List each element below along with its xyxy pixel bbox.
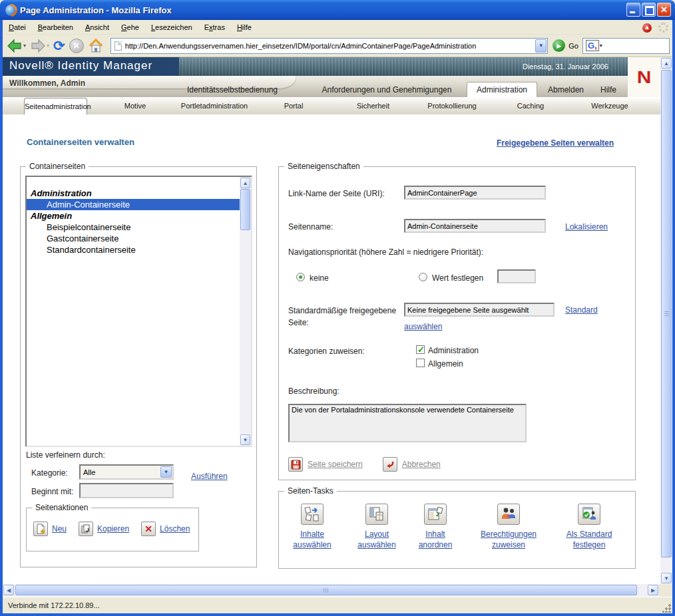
new-page-button[interactable] [33,522,48,536]
copy-page-button[interactable] [79,522,93,536]
list-item-gastcontainerseite[interactable]: Gastcontainerseite [27,233,240,244]
close-button[interactable] [657,3,671,17]
back-button[interactable]: ▾ [5,37,27,55]
home-button[interactable] [87,37,105,55]
task-label-line2[interactable]: zuweisen [469,539,549,550]
assign-categories-label: Kategorien zuweisen: [288,347,365,356]
category-administration-checkbox[interactable] [416,345,425,354]
tab-themes[interactable]: Motive [109,102,162,110]
url-dropdown-button[interactable]: ▼ [535,39,547,53]
task-label-line2[interactable]: anordnen [395,539,475,550]
tab-portlet-administration[interactable]: Portletadministration [168,102,261,110]
tab-caching[interactable]: Caching [504,102,557,110]
scroll-up-icon[interactable]: ▲ [661,58,672,69]
choose-shared-link[interactable]: auswählen [404,322,442,331]
back-dropdown-icon[interactable]: ▾ [23,43,26,49]
search-box[interactable]: G, ▾ [582,38,670,54]
menu-lesezeichen[interactable]: Lesezeichen [145,21,198,33]
task-set-as-default[interactable]: Als Standard festlegen [549,504,629,550]
category-selected-value: Alle [81,468,160,476]
container-pages-listbox[interactable]: Administration Admin-Containerseite Allg… [25,176,252,447]
menu-extras[interactable]: Extras [198,21,231,33]
vertical-scroll-thumb[interactable] [661,70,672,557]
page-icon [114,41,122,51]
list-item-beispielcontainerseite[interactable]: Beispielcontainerseite [27,222,240,233]
tab-page-administration[interactable]: Seitenadministration [24,98,87,114]
firefox-window: Page Administration - Mozilla Firefox Da… [0,0,675,616]
starts-with-input[interactable] [79,483,174,498]
task-label-line1[interactable]: Inhalt [395,529,475,539]
tab-security[interactable]: Sicherheit [341,102,405,110]
default-link[interactable]: Standard [565,305,598,315]
category-dropdown-icon[interactable]: ▼ [160,466,172,478]
new-page-link[interactable]: Neu [52,524,67,534]
scroll-up-icon[interactable]: ▲ [240,178,250,188]
page-tasks-panel: Seiten-Tasks Inhalte auswählen [278,491,636,569]
welcome-text: Willkommen, Admin [9,78,85,88]
software-update-icon[interactable] [642,23,652,33]
url-text[interactable]: http://Den.Anwendungsservernamen.hier_ei… [125,42,535,50]
menu-ansicht[interactable]: Ansicht [79,21,115,33]
listbox-scroll-thumb[interactable] [240,189,250,230]
save-page-button[interactable] [288,457,303,472]
task-label-line2[interactable]: festlegen [549,539,629,550]
search-engine-dropdown-icon[interactable]: ▾ [600,43,602,49]
priority-none-radio[interactable] [296,273,305,281]
list-item-standardcontainerseite[interactable]: Standardcontainerseite [27,244,240,255]
scroll-down-icon[interactable]: ▼ [240,434,250,445]
uri-input[interactable] [404,186,546,200]
task-label-line1[interactable]: Als Standard [549,529,629,539]
delete-page-link[interactable]: Löschen [160,524,190,534]
menu-hilfe[interactable]: Hilfe [231,21,258,33]
category-select[interactable]: Alle ▼ [79,464,174,480]
menu-bearbeiten[interactable]: Bearbeiten [32,21,79,33]
list-item-admin-containerseite[interactable]: Admin-Containerseite [27,199,240,210]
tab-tools[interactable]: Werkzeuge [580,102,640,110]
task-label-line1[interactable]: Berechtigungen [469,529,549,539]
header-date: Dienstag, 31. Januar 2006 [523,63,608,71]
scroll-left-icon[interactable]: ◀ [3,585,14,595]
task-arrange-content[interactable]: Inhalt anordnen [395,504,475,550]
tab-requests-approvals[interactable]: Anforderungen und Genehmigungen [311,85,463,94]
manage-shared-pages-link[interactable]: Freigegebene Seiten verwalten [497,138,614,148]
google-logo-icon: G, [586,40,599,51]
delete-page-button[interactable]: ✕ [141,522,156,536]
tab-logout[interactable]: Abmelden [541,85,591,94]
localize-link[interactable]: Lokalisieren [565,222,608,231]
cancel-button[interactable] [383,457,397,472]
menu-datei[interactable]: Datei [3,21,32,33]
menu-gehe[interactable]: Gehe [115,21,145,33]
listbox-scrollbar[interactable]: ▲ ▼ [240,177,251,446]
vertical-scrollbar[interactable]: ▲ ▼ [660,57,672,584]
resize-grip[interactable] [662,603,672,613]
cancel-link[interactable]: Abbrechen [402,460,441,469]
forward-dropdown-icon[interactable]: ▾ [47,43,49,49]
tab-identity-self-service[interactable]: Identitätsselbstbedienung [170,85,295,94]
horizontal-scroll-thumb[interactable] [15,585,637,595]
scroll-down-icon[interactable]: ▼ [661,573,672,583]
default-shared-input[interactable] [404,303,555,317]
stop-button[interactable]: ✕ [68,37,85,55]
tab-administration[interactable]: Administration [467,82,537,97]
tab-logging[interactable]: Protokollierung [417,102,487,110]
horizontal-scrollbar[interactable]: ◀ ▶ [3,584,659,597]
go-button[interactable]: ▶ Go [553,39,578,52]
tab-help[interactable]: Hilfe [591,85,626,94]
tab-portal[interactable]: Portal [269,102,318,110]
description-textarea[interactable]: Die von der Portaladministrationskonsole… [288,404,527,442]
url-bar[interactable]: http://Den.Anwendungsservernamen.hier_ei… [111,38,549,54]
minimize-button[interactable] [626,3,640,17]
forward-button[interactable]: ▾ [29,37,51,55]
copy-page-link[interactable]: Kopieren [97,524,129,534]
task-assign-permissions[interactable]: Berechtigungen zuweisen [469,504,549,550]
priority-set-radio[interactable] [419,273,427,281]
maximize-button[interactable] [642,3,656,17]
category-allgemein-checkbox[interactable] [416,359,425,367]
run-filter-link[interactable]: Ausführen [191,472,228,481]
scroll-right-icon[interactable]: ▶ [648,585,658,595]
save-page-link[interactable]: Seite speichern [308,460,363,469]
reload-button[interactable]: ⟳ [52,37,67,55]
page-name-input[interactable] [404,219,546,233]
priority-value-input[interactable] [497,269,536,283]
arrange-content-icon [424,504,447,525]
